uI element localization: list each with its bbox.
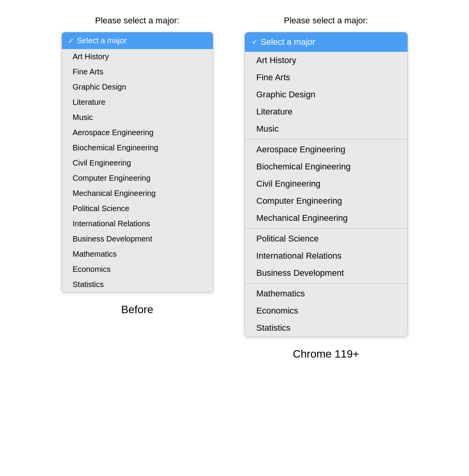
list-item[interactable]: Aerospace Engineering [62,125,213,140]
list-item[interactable]: Mathematics [62,247,213,262]
list-item[interactable]: Graphic Design [245,86,408,103]
list-item[interactable]: Graphic Design [62,79,213,95]
after-selected-option[interactable]: ✓ Select a major [245,32,408,52]
list-item[interactable]: Economics [62,262,213,277]
before-checkmark-icon: ✓ [68,37,74,45]
list-item[interactable]: Business Development [62,231,213,247]
list-item[interactable]: Music [245,120,408,138]
list-item[interactable]: Art History [245,52,408,69]
list-item[interactable]: International Relations [245,247,408,264]
list-item[interactable]: Political Science [245,230,408,247]
group-divider [245,228,408,229]
list-item[interactable]: Computer Engineering [62,171,213,186]
group-divider [245,283,408,284]
list-item[interactable]: Statistics [62,277,213,292]
before-options-list: Art HistoryFine ArtsGraphic DesignLitera… [62,49,213,292]
list-item[interactable]: Economics [245,302,408,319]
list-item[interactable]: Mathematics [245,285,408,302]
list-item[interactable]: International Relations [62,216,213,231]
before-selected-label: Select a major [77,36,127,45]
group-divider [245,139,408,139]
list-item[interactable]: Fine Arts [245,69,408,86]
list-item[interactable]: Music [62,110,213,125]
list-item[interactable]: Political Science [62,201,213,216]
list-item[interactable]: Fine Arts [62,64,213,79]
list-item[interactable]: Biochemical Engineering [245,158,408,175]
before-selected-option[interactable]: ✓ Select a major [62,32,213,49]
before-column: Please select a major: ✓ Select a major … [61,16,213,316]
after-label: Chrome 119+ [293,348,359,360]
before-dropdown[interactable]: ✓ Select a major Art HistoryFine ArtsGra… [61,32,213,293]
after-column: Please select a major: ✓ Select a major … [244,16,408,360]
list-item[interactable]: Statistics [245,319,408,337]
list-item[interactable]: Art History [62,49,213,64]
list-item[interactable]: Biochemical Engineering [62,140,213,155]
list-item[interactable]: Mechanical Engineering [245,210,408,227]
after-prompt: Please select a major: [284,16,368,26]
list-item[interactable]: Civil Engineering [245,175,408,192]
comparison-container: Please select a major: ✓ Select a major … [8,16,461,360]
before-label: Before [121,303,153,316]
after-dropdown[interactable]: ✓ Select a major Art HistoryFine ArtsGra… [244,32,408,337]
list-item[interactable]: Literature [245,103,408,120]
list-item[interactable]: Aerospace Engineering [245,141,408,158]
after-checkmark-icon: ✓ [252,38,258,46]
after-selected-label: Select a major [261,37,316,47]
list-item[interactable]: Civil Engineering [62,155,213,171]
list-item[interactable]: Business Development [245,264,408,282]
list-item[interactable]: Mechanical Engineering [62,186,213,201]
list-item[interactable]: Literature [62,95,213,110]
before-prompt: Please select a major: [95,16,179,26]
list-item[interactable]: Computer Engineering [245,192,408,210]
after-options-list: Art HistoryFine ArtsGraphic DesignLitera… [245,52,408,337]
